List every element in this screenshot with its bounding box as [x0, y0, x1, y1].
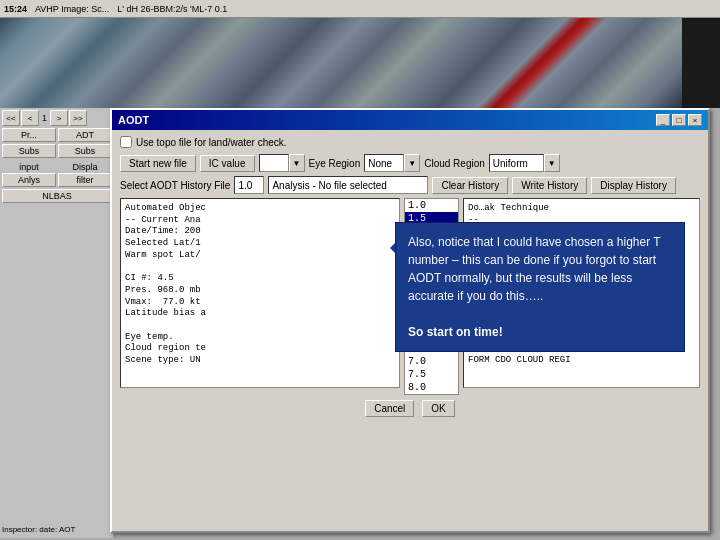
ok-button[interactable]: OK	[422, 400, 454, 417]
anlys-button[interactable]: Anlys	[2, 173, 56, 187]
inspector-label: Inspector: date: AOT	[2, 525, 112, 534]
cloud-region-arrow[interactable]: ▼	[544, 154, 560, 172]
adt-button[interactable]: ADT	[58, 128, 112, 142]
image-strip	[0, 18, 720, 108]
nav-count: 1	[40, 113, 49, 123]
app-frame: 15:24 AVHP Image: Sc... L' dH 26-BBM:2/s…	[0, 0, 720, 540]
label-row-1: input Displa	[2, 162, 112, 172]
callout-text: Also, notice that I could have chosen a …	[408, 233, 672, 305]
eye-region-value[interactable]: None	[364, 154, 404, 172]
dropdown-item-8.0[interactable]: 8.0	[405, 381, 458, 394]
top-menubar: 15:24 AVHP Image: Sc... L' dH 26-BBM:2/s…	[0, 0, 720, 18]
satellite-image	[0, 18, 720, 108]
filter-button[interactable]: filter	[58, 173, 112, 187]
eye-region-arrow[interactable]: ▼	[404, 154, 420, 172]
nav-rewind-button[interactable]: <<	[2, 110, 20, 126]
input-label: input	[2, 162, 56, 172]
bottom-buttons: Cancel OK	[120, 396, 700, 421]
write-history-button[interactable]: Write History	[512, 177, 587, 194]
topo-label: Use topo file for land/water check.	[136, 137, 287, 148]
nav-controls: << < 1 > >>	[2, 110, 112, 126]
sidebar-row-1: Pr... ADT	[2, 128, 112, 142]
history-file-field[interactable]: 1.0	[234, 176, 264, 194]
displa-label: Displa	[58, 162, 112, 172]
ic-dropdown-value[interactable]	[259, 154, 289, 172]
clear-history-button[interactable]: Clear History	[432, 177, 508, 194]
nlbas-button[interactable]: NLBAS	[2, 189, 112, 203]
cloud-region-label: Cloud Region	[424, 158, 485, 169]
window-controls: _ □ ×	[656, 114, 702, 126]
subs-button-2[interactable]: Subs	[58, 144, 112, 158]
nav-next-button[interactable]: >	[50, 110, 68, 126]
eye-region-label: Eye Region	[309, 158, 361, 169]
start-new-file-button[interactable]: Start new file	[120, 155, 196, 172]
subs-button-1[interactable]: Subs	[2, 144, 56, 158]
nav-prev-button[interactable]: <	[21, 110, 39, 126]
nav-forward-button[interactable]: >>	[69, 110, 87, 126]
coords-label: L' dH 26-BBM:2/s 'ML-7 0.1	[117, 4, 227, 14]
nlbas-row: NLBAS	[2, 189, 112, 203]
cloud-region-value[interactable]: Uniform	[489, 154, 544, 172]
window-title: AODT	[118, 114, 149, 126]
ic-value-button[interactable]: IC value	[200, 155, 255, 172]
ic-dropdown-arrow[interactable]: ▼	[289, 154, 305, 172]
left-sidebar: << < 1 > >> Pr... ADT Subs Subs input Di…	[0, 108, 115, 538]
topo-checkbox[interactable]	[120, 136, 132, 148]
history-row: Select AODT History File 1.0 Analysis - …	[120, 176, 700, 194]
display-history-button[interactable]: Display History	[591, 177, 676, 194]
history-file-label: Select AODT History File	[120, 180, 230, 191]
ic-dropdown-container: ▼	[259, 154, 305, 172]
cancel-button[interactable]: Cancel	[365, 400, 414, 417]
main-toolbar-row: Start new file IC value ▼ Eye Region Non…	[120, 154, 700, 172]
sidebar-row-2: Subs Subs	[2, 144, 112, 158]
sidebar-labels: input Displa Anlys filter NLBAS	[2, 162, 112, 203]
product-label: AVHP Image: Sc...	[35, 4, 109, 14]
app-name-label: 15:24	[4, 4, 27, 14]
maximize-button[interactable]: □	[672, 114, 686, 126]
label-row-2: Anlys filter	[2, 173, 112, 187]
analysis-field[interactable]: Analysis - No file selected	[268, 176, 428, 194]
checkbox-row: Use topo file for land/water check.	[120, 136, 700, 148]
dropdown-item-7.5[interactable]: 7.5	[405, 368, 458, 381]
cloud-region-container: Uniform ▼	[489, 154, 560, 172]
eye-region-container: None ▼	[364, 154, 420, 172]
callout-box: Also, notice that I could have chosen a …	[395, 222, 685, 352]
dropdown-item-1.0[interactable]: 1.0	[405, 199, 458, 212]
minimize-button[interactable]: _	[656, 114, 670, 126]
callout-bottom-text: So start on time!	[408, 323, 672, 341]
left-text-output: Automated Objec -- Current Ana Date/Time…	[120, 198, 400, 388]
sidebar-content: << < 1 > >> Pr... ADT Subs Subs input Di…	[0, 108, 114, 205]
close-button[interactable]: ×	[688, 114, 702, 126]
pr-button[interactable]: Pr...	[2, 128, 56, 142]
dark-box	[682, 18, 720, 108]
window-titlebar: AODT _ □ ×	[112, 110, 708, 130]
dropdown-item-7.0[interactable]: 7.0	[405, 355, 458, 368]
